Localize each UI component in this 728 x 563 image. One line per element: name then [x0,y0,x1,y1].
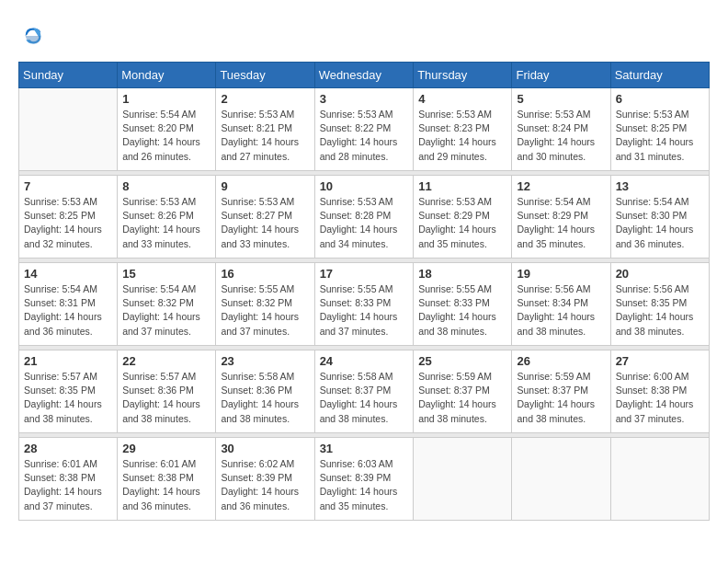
day-number: 18 [418,267,506,281]
day-info: Sunrise: 5:54 AM Sunset: 8:32 PM Dayligh… [122,282,210,339]
day-info: Sunrise: 5:58 AM Sunset: 8:36 PM Dayligh… [221,370,309,426]
calendar-cell: 27Sunrise: 6:00 AM Sunset: 8:38 PM Dayli… [610,350,709,433]
calendar-cell: 9Sunrise: 5:53 AM Sunset: 8:27 PM Daylig… [216,176,314,259]
logo-icon [20,23,46,49]
calendar-header-thursday: Thursday [414,63,512,88]
calendar-header-row: SundayMondayTuesdayWednesdayThursdayFrid… [19,63,710,88]
day-info: Sunrise: 5:53 AM Sunset: 8:29 PM Dayligh… [418,195,506,251]
day-number: 19 [517,267,605,281]
day-info: Sunrise: 5:54 AM Sunset: 8:30 PM Dayligh… [616,195,704,251]
day-number: 16 [221,267,309,281]
logo [18,23,46,52]
day-info: Sunrise: 6:03 AM Sunset: 8:39 PM Dayligh… [320,457,409,513]
calendar-cell: 25Sunrise: 5:59 AM Sunset: 8:37 PM Dayli… [414,350,512,433]
day-number: 2 [221,92,309,106]
calendar-cell: 4Sunrise: 5:53 AM Sunset: 8:23 PM Daylig… [414,88,512,171]
calendar-week-1: 1Sunrise: 5:54 AM Sunset: 8:20 PM Daylig… [19,88,710,171]
calendar-table: SundayMondayTuesdayWednesdayThursdayFrid… [18,62,710,521]
day-number: 6 [616,92,704,106]
calendar-cell: 23Sunrise: 5:58 AM Sunset: 8:36 PM Dayli… [216,350,314,433]
calendar-cell [512,438,610,521]
calendar-cell [19,88,118,171]
day-number: 27 [616,354,704,368]
calendar-week-4: 21Sunrise: 5:57 AM Sunset: 8:35 PM Dayli… [19,350,710,433]
calendar-header-friday: Friday [512,63,610,88]
calendar-cell: 16Sunrise: 5:55 AM Sunset: 8:32 PM Dayli… [216,263,314,346]
calendar-week-3: 14Sunrise: 5:54 AM Sunset: 8:31 PM Dayli… [19,263,710,346]
day-number: 9 [221,179,309,193]
day-info: Sunrise: 5:56 AM Sunset: 8:35 PM Dayligh… [616,282,704,339]
page-header [18,18,710,52]
calendar-header-wednesday: Wednesday [314,63,414,88]
day-info: Sunrise: 5:57 AM Sunset: 8:36 PM Dayligh… [122,370,210,426]
day-number: 8 [122,179,210,193]
calendar-cell [610,438,709,521]
day-number: 17 [320,267,409,281]
calendar-cell: 26Sunrise: 5:59 AM Sunset: 8:37 PM Dayli… [512,350,610,433]
calendar-cell: 5Sunrise: 5:53 AM Sunset: 8:24 PM Daylig… [512,88,610,171]
calendar-cell: 19Sunrise: 5:56 AM Sunset: 8:34 PM Dayli… [512,263,610,346]
calendar-header-sunday: Sunday [19,63,118,88]
day-info: Sunrise: 5:55 AM Sunset: 8:32 PM Dayligh… [221,282,309,339]
day-number: 26 [517,354,605,368]
calendar-week-5: 28Sunrise: 6:01 AM Sunset: 8:38 PM Dayli… [19,438,710,521]
day-number: 29 [122,442,210,455]
calendar-cell: 13Sunrise: 5:54 AM Sunset: 8:30 PM Dayli… [610,176,709,259]
day-info: Sunrise: 6:02 AM Sunset: 8:39 PM Dayligh… [221,457,309,513]
calendar-cell: 15Sunrise: 5:54 AM Sunset: 8:32 PM Dayli… [118,263,216,346]
day-number: 14 [24,267,112,281]
day-number: 4 [418,92,506,106]
calendar-cell: 12Sunrise: 5:54 AM Sunset: 8:29 PM Dayli… [512,176,610,259]
day-info: Sunrise: 5:55 AM Sunset: 8:33 PM Dayligh… [320,282,409,339]
calendar-cell: 1Sunrise: 5:54 AM Sunset: 8:20 PM Daylig… [118,88,216,171]
day-number: 28 [24,442,112,455]
day-number: 24 [320,354,409,368]
calendar-cell: 3Sunrise: 5:53 AM Sunset: 8:22 PM Daylig… [314,88,414,171]
calendar-cell: 10Sunrise: 5:53 AM Sunset: 8:28 PM Dayli… [314,176,414,259]
day-number: 3 [320,92,409,106]
day-number: 22 [122,354,210,368]
calendar-cell: 28Sunrise: 6:01 AM Sunset: 8:38 PM Dayli… [19,438,118,521]
day-info: Sunrise: 5:53 AM Sunset: 8:27 PM Dayligh… [221,195,309,251]
day-info: Sunrise: 5:53 AM Sunset: 8:21 PM Dayligh… [221,108,309,164]
day-info: Sunrise: 5:53 AM Sunset: 8:23 PM Dayligh… [418,108,506,164]
day-info: Sunrise: 6:01 AM Sunset: 8:38 PM Dayligh… [24,457,112,513]
day-number: 7 [24,179,112,193]
calendar-header-saturday: Saturday [610,63,709,88]
day-info: Sunrise: 5:53 AM Sunset: 8:25 PM Dayligh… [616,108,704,164]
day-number: 23 [221,354,309,368]
day-number: 5 [517,92,605,106]
day-number: 30 [221,442,309,455]
day-number: 11 [418,179,506,193]
calendar-cell [414,438,512,521]
calendar-cell: 14Sunrise: 5:54 AM Sunset: 8:31 PM Dayli… [19,263,118,346]
day-info: Sunrise: 5:57 AM Sunset: 8:35 PM Dayligh… [24,370,112,426]
calendar-cell: 6Sunrise: 5:53 AM Sunset: 8:25 PM Daylig… [610,88,709,171]
day-info: Sunrise: 5:55 AM Sunset: 8:33 PM Dayligh… [418,282,506,339]
day-number: 1 [122,92,210,106]
day-number: 31 [320,442,409,455]
calendar-week-2: 7Sunrise: 5:53 AM Sunset: 8:25 PM Daylig… [19,176,710,259]
day-info: Sunrise: 5:53 AM Sunset: 8:28 PM Dayligh… [320,195,409,251]
day-number: 21 [24,354,112,368]
calendar-header-monday: Monday [118,63,216,88]
calendar-cell: 24Sunrise: 5:58 AM Sunset: 8:37 PM Dayli… [314,350,414,433]
calendar-cell: 29Sunrise: 6:01 AM Sunset: 8:38 PM Dayli… [118,438,216,521]
day-info: Sunrise: 5:54 AM Sunset: 8:29 PM Dayligh… [517,195,605,251]
calendar-cell: 18Sunrise: 5:55 AM Sunset: 8:33 PM Dayli… [414,263,512,346]
day-info: Sunrise: 5:53 AM Sunset: 8:26 PM Dayligh… [122,195,210,251]
day-info: Sunrise: 5:58 AM Sunset: 8:37 PM Dayligh… [320,370,409,426]
day-info: Sunrise: 6:01 AM Sunset: 8:38 PM Dayligh… [122,457,210,513]
day-info: Sunrise: 5:53 AM Sunset: 8:22 PM Dayligh… [320,108,409,164]
day-info: Sunrise: 5:53 AM Sunset: 8:24 PM Dayligh… [517,108,605,164]
day-number: 25 [418,354,506,368]
calendar-cell: 21Sunrise: 5:57 AM Sunset: 8:35 PM Dayli… [19,350,118,433]
calendar-cell: 2Sunrise: 5:53 AM Sunset: 8:21 PM Daylig… [216,88,314,171]
day-number: 15 [122,267,210,281]
day-number: 10 [320,179,409,193]
calendar-cell: 20Sunrise: 5:56 AM Sunset: 8:35 PM Dayli… [610,263,709,346]
calendar-cell: 17Sunrise: 5:55 AM Sunset: 8:33 PM Dayli… [314,263,414,346]
calendar-cell: 31Sunrise: 6:03 AM Sunset: 8:39 PM Dayli… [314,438,414,521]
calendar-cell: 30Sunrise: 6:02 AM Sunset: 8:39 PM Dayli… [216,438,314,521]
day-info: Sunrise: 5:59 AM Sunset: 8:37 PM Dayligh… [418,370,506,426]
